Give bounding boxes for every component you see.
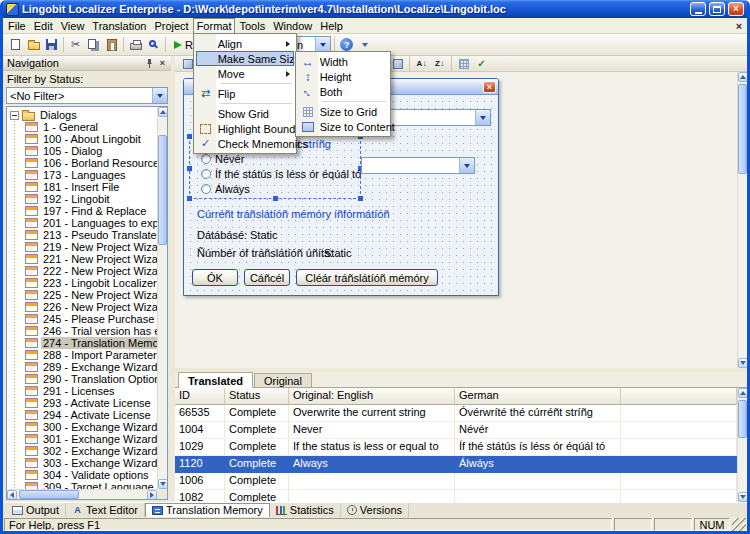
tree-item-289[interactable]: 289 - Exchange Wizard — [23, 361, 157, 373]
menu-project[interactable]: Project — [150, 18, 192, 33]
menu-item-check-mnemonics[interactable]: Check Mnemonics — [196, 136, 294, 151]
tree-root-dialogs[interactable]: Dialogs — [10, 109, 157, 121]
tree-item-303[interactable]: 303 - Exchange Wizard — [23, 457, 157, 469]
save-button[interactable] — [43, 35, 60, 54]
scroll-track[interactable] — [17, 490, 147, 499]
menu-item-size-to-grid[interactable]: Size to Grid — [298, 104, 388, 119]
selection-handle[interactable] — [187, 196, 192, 201]
tree-item-246[interactable]: 246 - Trial version has expire — [23, 325, 157, 337]
menu-edit[interactable]: Edit — [30, 18, 57, 33]
scroll-track[interactable] — [158, 117, 167, 479]
column-header-id[interactable]: ID — [175, 388, 225, 405]
menu-item-both[interactable]: Both — [298, 84, 388, 99]
designer-button-k[interactable]: ÓK — [192, 269, 238, 286]
scroll-track[interactable] — [738, 82, 747, 358]
designer-button-c-c-l[interactable]: Cáñcél — [244, 269, 290, 286]
tree-item-221[interactable]: 221 - New Project Wizard — [23, 253, 157, 265]
scroll-right-button[interactable] — [147, 490, 157, 500]
menu-item-align[interactable]: Align — [196, 36, 294, 51]
tree-item-225[interactable]: 225 - New Project Wizard — [23, 289, 157, 301]
tree-item-274[interactable]: 274 - Translation Memory Op — [23, 337, 157, 349]
copy-button[interactable] — [85, 35, 102, 54]
resize-grip[interactable] — [732, 518, 746, 531]
menu-view[interactable]: View — [57, 18, 89, 33]
tree-horizontal-scrollbar[interactable] — [7, 489, 157, 499]
tree-item-1[interactable]: 1 - General — [23, 121, 157, 133]
open-button[interactable] — [25, 35, 42, 54]
scroll-left-button[interactable] — [7, 490, 17, 500]
table-vertical-scrollbar[interactable] — [737, 388, 747, 502]
menu-tools[interactable]: Tools — [235, 18, 269, 33]
pin-button[interactable] — [143, 57, 156, 70]
panel-close-button[interactable]: × — [156, 57, 169, 70]
scroll-thumb[interactable] — [738, 400, 747, 438]
filter-combobox[interactable]: <No Filter> — [6, 87, 168, 104]
tree-item-293[interactable]: 293 - Activate License — [23, 397, 157, 409]
combo-dropdown-button[interactable] — [475, 110, 490, 125]
combo-dropdown-button[interactable] — [152, 88, 167, 103]
tree-item-197[interactable]: 197 - Find & Replace — [23, 205, 157, 217]
tree-item-301[interactable]: 301 - Exchange Wizard — [23, 433, 157, 445]
scroll-track[interactable] — [738, 398, 747, 492]
tree-item-173[interactable]: 173 - Languages — [23, 169, 157, 181]
designer-radio-f-th-st-t-s-s-l-ss-r-q-l-t[interactable]: Íf thé státús ís léss ór éqúál tó — [201, 166, 361, 181]
table-row[interactable]: 1120CompleteAlwaysÁlwáys — [175, 456, 737, 473]
scroll-thumb[interactable] — [738, 84, 747, 174]
test-dialog-button[interactable] — [473, 57, 490, 71]
bottom-tab-text-editor[interactable]: Text Editor — [66, 503, 145, 517]
minimize-button[interactable] — [690, 2, 706, 16]
tree-item-106[interactable]: 106 - Borland Resources — [23, 157, 157, 169]
column-header-status[interactable]: Status — [225, 388, 289, 405]
paste-button[interactable] — [103, 35, 120, 54]
tree-item-192[interactable]: 192 - Lingobit — [23, 193, 157, 205]
menu-translation[interactable]: Translation — [88, 18, 150, 33]
combo-dropdown-button[interactable] — [315, 37, 330, 52]
editor-vertical-scrollbar[interactable] — [737, 72, 747, 368]
selection-handle[interactable] — [187, 166, 192, 171]
menu-item-size-to-content[interactable]: Size to Content — [298, 119, 388, 134]
sort-za-button[interactable] — [431, 57, 448, 71]
column-header-original-english[interactable]: Original: English — [289, 388, 455, 405]
tree-item-304[interactable]: 304 - Validate options — [23, 469, 157, 481]
tree-item-245[interactable]: 245 - Please Purchase Lingob — [23, 313, 157, 325]
tree-item-309[interactable]: 309 - Target Language — [23, 481, 157, 489]
tab-translated[interactable]: Translated — [178, 372, 253, 388]
scroll-down-button[interactable] — [738, 492, 747, 502]
center-horizontal-button[interactable] — [389, 57, 406, 71]
tree-item-223[interactable]: 223 - Lingobit Localizer — [23, 277, 157, 289]
bottom-tab-versions[interactable]: Versions — [341, 503, 409, 517]
bottom-tab-statistics[interactable]: Statistics — [270, 503, 341, 517]
column-header-german[interactable]: German — [455, 388, 621, 405]
tree-item-219[interactable]: 219 - New Project Wizard — [23, 241, 157, 253]
menu-file[interactable]: File — [4, 18, 30, 33]
menu-window[interactable]: Window — [269, 18, 316, 33]
scroll-up-button[interactable] — [738, 388, 747, 398]
navigation-panel-header[interactable]: Navigation × — [3, 56, 171, 71]
menu-item-highlight-bounds[interactable]: Highlight Bounds — [196, 121, 294, 136]
tree-item-290[interactable]: 290 - Translation Options — [23, 373, 157, 385]
scroll-down-button[interactable] — [738, 358, 747, 368]
selection-handle[interactable] — [358, 196, 363, 201]
designer-combobox-status[interactable] — [361, 157, 475, 174]
combo-dropdown-button[interactable] — [459, 158, 474, 173]
cut-button[interactable] — [67, 35, 84, 54]
menu-item-flip[interactable]: Flip — [196, 86, 294, 101]
tree-item-226[interactable]: 226 - New Project Wizard — [23, 301, 157, 313]
table-row[interactable]: 66535CompleteOverwrite the current strin… — [175, 405, 737, 422]
scroll-thumb[interactable] — [19, 490, 79, 499]
tree-item-288[interactable]: 288 - Import Parameters — [23, 349, 157, 361]
tree-item-222[interactable]: 222 - New Project Wizard — [23, 265, 157, 277]
table-row[interactable]: 1006Complete — [175, 473, 737, 490]
designer-radio-lw-ys[interactable]: Álwáys — [201, 181, 361, 196]
mdi-close-button[interactable]: × — [731, 18, 747, 33]
scroll-up-button[interactable] — [738, 72, 747, 82]
form-close-button[interactable]: × — [483, 81, 496, 93]
tree-item-100[interactable]: 100 - About Lingobit — [23, 133, 157, 145]
titlebar[interactable]: Lingobit Localizer Enterprise - D:\Work\… — [3, 0, 747, 18]
close-button[interactable]: × — [728, 2, 744, 16]
menu-format[interactable]: Format AlignMake Same SizeMoveFlipShow G… — [193, 18, 236, 33]
scroll-thumb[interactable] — [158, 135, 167, 245]
find-button[interactable] — [145, 35, 162, 54]
new-button[interactable] — [7, 35, 24, 54]
tab-original[interactable]: Original — [254, 373, 312, 387]
